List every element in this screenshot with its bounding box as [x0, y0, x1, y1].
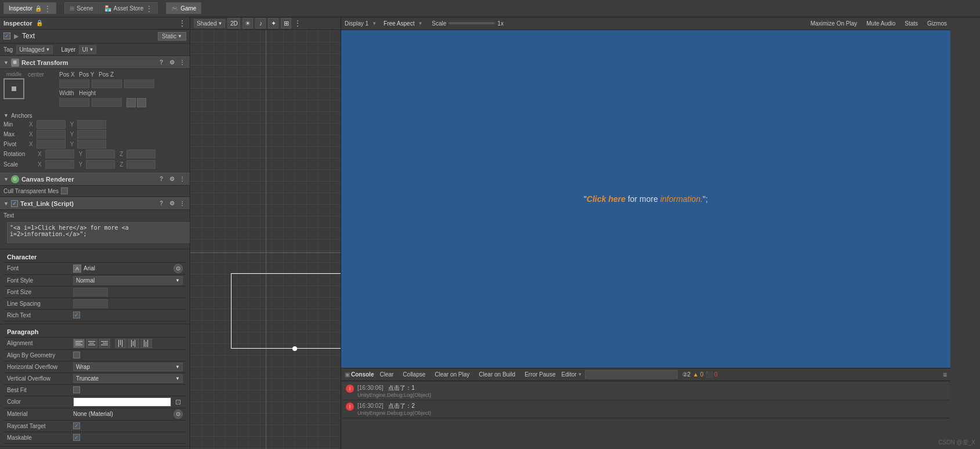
clear-on-build-btn[interactable]: Clear on Build	[475, 371, 519, 378]
tag-select[interactable]: Untagged ▼	[16, 45, 53, 54]
rot-z-input[interactable]: 0	[126, 150, 156, 158]
asset-store-more-icon[interactable]: ⋮	[146, 5, 153, 13]
align-by-geometry-checkbox[interactable]	[73, 352, 80, 359]
maskable-checkbox[interactable]	[73, 434, 80, 441]
entry-detail-2: UnityEngine.Debug:Log(Object)	[357, 410, 946, 416]
line-spacing-row: Line Spacing 1	[3, 298, 186, 310]
tab-game[interactable]: 🎮 Game	[166, 2, 201, 14]
cull-checkbox[interactable]	[61, 187, 68, 194]
more-icon[interactable]: ⋮	[44, 5, 51, 13]
h-overflow-dropdown[interactable]: Wrap ▼	[73, 363, 183, 371]
clear-on-play-btn[interactable]: Clear on Play	[431, 371, 473, 378]
pos-y-input[interactable]: -170.72	[92, 79, 122, 88]
best-fit-checkbox[interactable]	[73, 386, 80, 393]
fx-btn[interactable]: ✦	[268, 18, 279, 28]
console-entry-1[interactable]: ! [16:30:06] 点击了：1 UnityEngine.Debug:Log…	[342, 382, 949, 400]
raycast-checkbox[interactable]	[73, 422, 80, 429]
shading-dropdown[interactable]: Shaded ▼	[194, 19, 225, 28]
script-text-input[interactable]: "<a i=1>Click here</a> for more <a i=2>i…	[7, 222, 190, 243]
editor-dropdown[interactable]: Editor ▼	[561, 371, 582, 378]
console-msg-1: [16:30:06] 点击了：1 UnityEngine.Debug:Log(O…	[357, 384, 946, 398]
question-icon[interactable]: ?	[157, 59, 165, 67]
script-settings-icon[interactable]: ⚙	[168, 200, 176, 208]
align-top-btn[interactable]	[115, 339, 126, 348]
scene-view-area[interactable]	[190, 30, 341, 449]
light-btn[interactable]: ☀	[243, 18, 253, 28]
align-bottom-btn[interactable]	[140, 339, 152, 348]
rich-text-checkbox[interactable]	[73, 312, 80, 318]
collapse-btn[interactable]: Collapse	[399, 371, 429, 378]
align-center-btn[interactable]	[86, 339, 97, 348]
rect-visual[interactable]	[3, 78, 24, 99]
rect-transform-section-header[interactable]: ▼ ⊞ Rect Transform ? ⚙ ⋮	[0, 56, 190, 69]
pos-x-input[interactable]: -300.41	[59, 79, 89, 88]
tab-inspector[interactable]: Inspector 🔒 ⋮	[3, 2, 56, 14]
align-left-btn[interactable]	[73, 339, 85, 348]
width-input[interactable]: 327.175	[59, 98, 89, 107]
maskable-label: Maskable	[7, 434, 71, 441]
object-enabled-checkbox[interactable]	[3, 32, 10, 39]
clear-btn[interactable]: Clear	[376, 371, 397, 378]
constrain-height-btn[interactable]	[137, 98, 146, 107]
more-options-icon[interactable]: ⋮	[178, 59, 186, 67]
rot-x-input[interactable]: 0	[45, 150, 74, 158]
pivot-x-input[interactable]: 0.5	[37, 140, 66, 149]
scale-y-input[interactable]: 1	[86, 160, 115, 169]
static-button[interactable]: Static ▼	[158, 32, 186, 41]
layer-select[interactable]: UI ▼	[79, 45, 96, 54]
resize-handle[interactable]	[292, 346, 297, 351]
anchors-toggle[interactable]: ▼ Anchors	[3, 111, 186, 120]
min-x-input[interactable]: 0.5	[37, 120, 66, 129]
canvas-more-icon[interactable]: ⋮	[178, 175, 186, 183]
scale-z-input[interactable]: 1	[126, 160, 156, 169]
color-swatch[interactable]	[73, 397, 171, 407]
gizmo-btn[interactable]: ⊞	[281, 18, 291, 28]
height-label: Height	[79, 90, 96, 96]
2d-btn[interactable]: 2D	[227, 18, 240, 28]
canvas-renderer-title: Canvas Renderer	[21, 176, 74, 183]
color-picker-btn[interactable]: ⊡	[173, 397, 183, 407]
canvas-question-icon[interactable]: ?	[157, 175, 165, 183]
tab-asset-store[interactable]: 🏪 Asset Store ⋮	[99, 2, 158, 14]
font-icon: A	[73, 265, 81, 273]
more-icon[interactable]: ⋮	[178, 19, 186, 28]
material-picker-btn[interactable]: ⊙	[173, 410, 183, 419]
settings-icon[interactable]: ⚙	[168, 59, 176, 67]
pivot-y-input[interactable]: 0.5	[77, 140, 106, 149]
script-section-header[interactable]: ▼ Text_Link (Script) ? ⚙ ⋮	[0, 197, 190, 210]
font-size-input[interactable]: 14	[73, 288, 108, 296]
more-scene-icon[interactable]: ⋮	[294, 19, 302, 28]
max-x-input[interactable]: 0.5	[37, 130, 66, 139]
script-more-icon[interactable]: ⋮	[178, 200, 186, 208]
tab-scene[interactable]: ⊞ Scene	[64, 2, 98, 14]
v-overflow-label: Vertical Overflow	[7, 375, 71, 382]
max-y-input[interactable]: 0.5	[77, 130, 106, 139]
scale-slider[interactable]	[449, 22, 495, 24]
scale-x-input[interactable]: 1	[45, 160, 74, 169]
height-input[interactable]: 228.556	[92, 98, 122, 107]
lock-icon[interactable]: 🔒	[36, 20, 43, 26]
error-pause-btn[interactable]: Error Pause	[521, 371, 559, 378]
console-search-input[interactable]	[585, 370, 678, 379]
rot-y-input[interactable]: 0	[86, 150, 115, 158]
lock-icon[interactable]: 🔒	[35, 5, 42, 12]
console-entry-2[interactable]: ! [16:30:02] 点击了：2 UnityEngine.Debug:Log…	[342, 400, 949, 418]
align-center-icon	[88, 341, 95, 346]
script-question-icon[interactable]: ?	[157, 200, 165, 208]
font-picker-btn[interactable]: ⊙	[173, 264, 183, 273]
constrain-width-btn[interactable]	[126, 98, 136, 107]
canvas-renderer-section-header[interactable]: ▼ ⊙ Canvas Renderer ? ⚙ ⋮	[0, 173, 190, 186]
pivot-row: Pivot X 0.5 Y 0.5	[3, 140, 186, 149]
script-enabled-checkbox[interactable]	[11, 200, 18, 207]
font-style-dropdown[interactable]: Normal ▼	[73, 276, 183, 285]
min-y-input[interactable]: 0.5	[77, 120, 106, 129]
align-right-btn[interactable]	[99, 339, 110, 348]
scroll-right-btn[interactable]: ≡	[943, 371, 947, 379]
pos-z-input[interactable]: 0	[124, 79, 154, 88]
line-spacing-input[interactable]: 1	[73, 299, 108, 308]
audio-btn[interactable]: ♪	[255, 18, 266, 28]
font-field: A Arial ⊙	[73, 264, 183, 273]
v-overflow-dropdown[interactable]: Truncate ▼	[73, 374, 183, 383]
canvas-settings-icon[interactable]: ⚙	[168, 175, 176, 183]
align-middle-btn[interactable]	[128, 339, 139, 348]
